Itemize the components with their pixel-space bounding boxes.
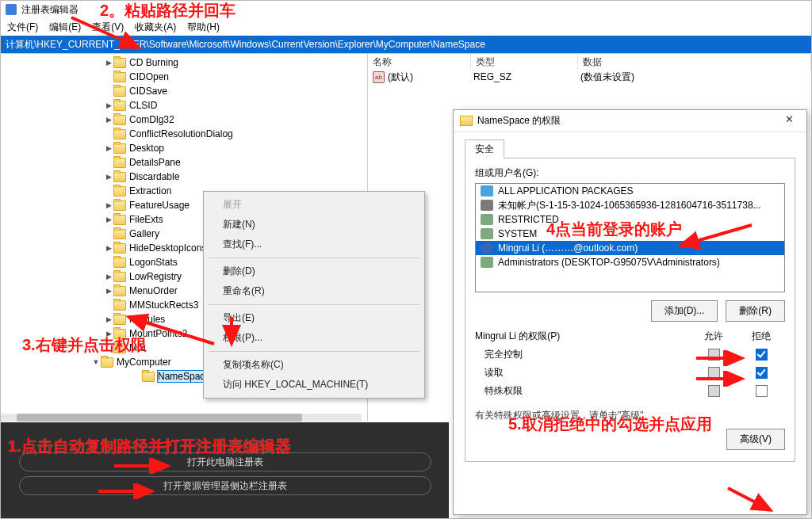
tree-twisty-icon[interactable]: ▶ <box>104 315 113 323</box>
horizontal-scrollbar[interactable] <box>1 414 362 422</box>
security-tab[interactable]: 安全 <box>465 139 504 158</box>
principal-icon <box>481 228 493 239</box>
col-allow: 允许 <box>690 330 737 343</box>
ctx-export[interactable]: 导出(E) <box>204 308 424 328</box>
ctx-separator <box>209 258 419 258</box>
ctx-permissions[interactable]: 权限(P)... <box>204 328 424 348</box>
menu-help[interactable]: 帮助(H) <box>187 21 220 34</box>
folder-icon <box>113 286 126 296</box>
permissions-dialog: NameSpace 的权限 ✕ 安全 组或用户名(G): ALL APPLICA… <box>453 109 807 515</box>
col-data[interactable]: 数据 <box>578 54 811 70</box>
tree-node-label: FeatureUsage <box>129 200 190 211</box>
deny-checkbox[interactable] <box>756 385 768 397</box>
allow-checkbox[interactable] <box>708 385 720 397</box>
col-type[interactable]: 类型 <box>471 54 578 70</box>
tree-twisty-icon[interactable]: ▶ <box>104 144 113 152</box>
allow-checkbox[interactable] <box>708 349 720 361</box>
folder-icon <box>113 300 126 311</box>
scrollbar-thumb[interactable] <box>17 414 302 422</box>
principal-item[interactable]: Administrators (DESKTOP-G95075V\Administ… <box>476 255 784 269</box>
folder-icon <box>113 215 126 225</box>
tree-node[interactable]: ▶CLSID <box>1 98 367 113</box>
folder-icon <box>113 200 126 211</box>
ctx-find[interactable]: 查找(F)... <box>204 235 424 254</box>
folder-icon <box>460 116 473 126</box>
permissions-label: Mingrui Li 的权限(P) <box>475 330 690 343</box>
folder-icon <box>113 258 126 268</box>
add-principal-button[interactable]: 添加(D)... <box>651 300 718 322</box>
ctx-goto-hklm[interactable]: 访问 HKEY_LOCAL_MACHINE(T) <box>204 375 424 395</box>
menu-favorites[interactable]: 收藏夹(A) <box>135 21 176 34</box>
principal-item[interactable]: ALL APPLICATION PACKAGES <box>476 184 784 198</box>
tree-twisty-icon[interactable]: ▶ <box>104 101 113 109</box>
address-bar[interactable]: 计算机\HKEY_CURRENT_USER\Software\Microsoft… <box>1 36 811 53</box>
tree-node[interactable]: CIDOpen <box>1 70 367 84</box>
permission-row: 特殊权限 <box>475 384 785 398</box>
tree-twisty-icon[interactable]: ▶ <box>104 59 113 67</box>
tree-node-label: ConflictResolutionDialog <box>129 128 233 139</box>
tree-twisty-icon[interactable]: ▼ <box>91 358 101 366</box>
tree-twisty-icon[interactable]: ▶ <box>104 201 113 209</box>
col-deny: 拒绝 <box>737 330 785 343</box>
deny-checkbox[interactable] <box>756 349 768 361</box>
window-title: 注册表编辑器 <box>21 3 79 17</box>
remove-principal-button[interactable]: 删除(R) <box>726 300 785 322</box>
tree-twisty-icon[interactable]: ▶ <box>104 287 113 295</box>
tree-node[interactable]: ▶CD Burning <box>1 55 367 70</box>
folder-icon <box>113 186 126 197</box>
tree-node-label: MenuOrder <box>129 285 178 296</box>
ctx-copy-key-name[interactable]: 复制项名称(C) <box>204 355 424 375</box>
regedit-app-icon <box>6 4 17 15</box>
ctx-delete[interactable]: 删除(D) <box>204 261 424 281</box>
principal-item[interactable]: 未知帐户(S-1-15-3-1024-1065365936-1281604716… <box>476 198 784 212</box>
tree-node-label: Discardable <box>129 171 179 182</box>
tree-twisty-icon[interactable]: ▶ <box>104 173 113 181</box>
folder-icon <box>142 372 155 382</box>
values-header: 名称 类型 数据 <box>368 54 811 70</box>
folder-icon <box>113 129 126 139</box>
tree-twisty-icon[interactable]: ▶ <box>104 244 113 252</box>
tree-node-label: Modules <box>129 314 165 325</box>
close-icon[interactable]: ✕ <box>776 113 802 129</box>
folder-icon <box>113 101 126 111</box>
value-name: (默认) <box>388 71 473 84</box>
menu-edit[interactable]: 编辑(E) <box>49 21 81 34</box>
folder-icon <box>113 243 126 254</box>
col-name[interactable]: 名称 <box>368 54 471 70</box>
folder-icon <box>101 357 113 368</box>
tree-twisty-icon[interactable]: ▶ <box>104 116 113 124</box>
ctx-rename[interactable]: 重命名(R) <box>204 281 424 301</box>
tree-node[interactable]: CIDSave <box>1 84 367 98</box>
principal-label: SYSTEM <box>498 228 537 239</box>
deny-checkbox[interactable] <box>756 367 768 379</box>
ctx-expand: 展开 <box>204 195 424 215</box>
tree-node-label: MMStuckRects3 <box>129 300 198 311</box>
open-explorer-sidebar-registry-button[interactable]: 打开资源管理器侧边栏注册表 <box>19 476 431 495</box>
tree-node[interactable]: DetailsPane <box>1 155 367 170</box>
tree-node[interactable]: ConflictResolutionDialog <box>1 127 367 141</box>
tree-node[interactable]: ▶Desktop <box>1 141 367 155</box>
tree-node[interactable]: ▶Discardable <box>1 170 367 184</box>
value-row-default[interactable]: ab (默认) REG_SZ (数值未设置) <box>368 70 811 84</box>
folder-icon <box>113 115 126 125</box>
principal-item[interactable]: Mingrui Li (………@outlook.com) <box>476 241 784 255</box>
permission-row: 完全控制 <box>475 348 785 361</box>
folder-icon <box>113 272 126 282</box>
tree-node-label: LogonStats <box>129 257 178 268</box>
folder-icon <box>113 315 126 325</box>
annotation-step-2: 2。粘贴路径并回车 <box>100 0 236 21</box>
advanced-button[interactable]: 高级(V) <box>726 429 785 450</box>
tree-node-label: Desktop <box>129 143 164 154</box>
value-type: REG_SZ <box>473 71 580 82</box>
tree-twisty-icon[interactable]: ▶ <box>104 216 113 223</box>
tree-node-label: Extraction <box>129 185 171 197</box>
tree-node[interactable]: ▶ComDlg32 <box>1 113 367 127</box>
tree-twisty-icon[interactable]: ▶ <box>104 273 113 280</box>
address-bar-text: 计算机\HKEY_CURRENT_USER\Software\Microsoft… <box>6 38 485 52</box>
allow-checkbox[interactable] <box>708 367 720 379</box>
menu-file[interactable]: 文件(F) <box>7 21 38 34</box>
menu-view[interactable]: 查看(V) <box>92 21 124 34</box>
tree-node-label: ComDlg32 <box>129 114 174 125</box>
folder-icon <box>113 86 126 97</box>
ctx-new[interactable]: 新建(N) <box>204 215 424 235</box>
